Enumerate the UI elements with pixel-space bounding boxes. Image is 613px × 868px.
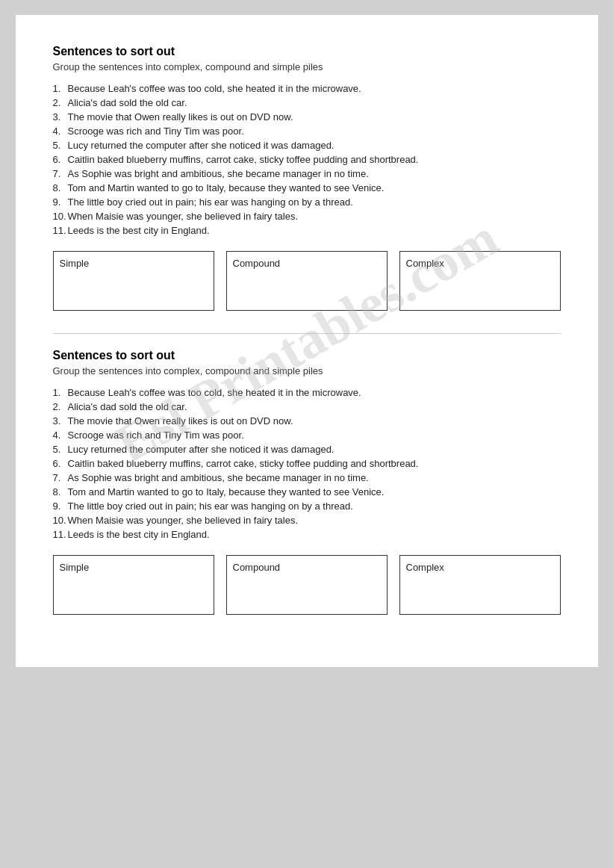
sentence-number: 3.: [53, 111, 61, 123]
sentence-number: 5.: [53, 140, 61, 151]
page: Esl Printables.com Sentences to sort out…: [16, 15, 598, 667]
sort-box-label: Compound: [233, 258, 381, 269]
sort-box-label: Simple: [60, 562, 208, 573]
sentence-number: 8.: [53, 182, 61, 193]
sort-box[interactable]: Simple: [53, 555, 214, 615]
section-2: Sentences to sort out Group the sentence…: [53, 349, 561, 615]
sentence-number: 5.: [53, 444, 61, 455]
list-item: 8.Tom and Martin wanted to go to Italy, …: [53, 486, 561, 497]
list-item: 4.Scrooge was rich and Tiny Tim was poor…: [53, 430, 561, 441]
sentence-list-2: 1.Because Leah's coffee was too cold, sh…: [53, 387, 561, 540]
list-item: 9.The little boy cried out in pain; his …: [53, 500, 561, 512]
list-item: 6.Caitlin baked blueberry muffins, carro…: [53, 154, 561, 165]
sentence-number: 1.: [53, 83, 61, 94]
section-1-subtitle: Group the sentences into complex, compou…: [53, 61, 561, 72]
list-item: 11.Leeds is the best city in England.: [53, 529, 561, 540]
section-2-title: Sentences to sort out: [53, 349, 561, 362]
list-item: 10.When Maisie was younger, she believed…: [53, 515, 561, 526]
sentence-number: 11.: [53, 529, 66, 540]
sort-box-label: Compound: [233, 562, 381, 573]
sentence-number: 10.: [53, 211, 66, 222]
sentence-number: 11.: [53, 225, 66, 236]
list-item: 7.As Sophie was bright and ambitious, sh…: [53, 168, 561, 179]
sort-boxes-1: SimpleCompoundComplex: [53, 251, 561, 311]
sort-box[interactable]: Compound: [226, 251, 388, 311]
list-item: 6.Caitlin baked blueberry muffins, carro…: [53, 458, 561, 469]
sentence-number: 3.: [53, 415, 61, 427]
sort-box[interactable]: Simple: [53, 251, 214, 311]
list-item: 3.The movie that Owen really likes is ou…: [53, 415, 561, 427]
list-item: 5.Lucy returned the computer after she n…: [53, 140, 561, 151]
sort-box[interactable]: Complex: [399, 555, 561, 615]
section-2-subtitle: Group the sentences into complex, compou…: [53, 365, 561, 376]
sort-box-label: Simple: [60, 258, 208, 269]
sentence-number: 8.: [53, 486, 61, 497]
sentence-number: 9.: [53, 500, 61, 512]
list-item: 4.Scrooge was rich and Tiny Tim was poor…: [53, 125, 561, 137]
sort-box-label: Complex: [406, 562, 554, 573]
list-item: 3.The movie that Owen really likes is ou…: [53, 111, 561, 123]
sentence-list-1: 1.Because Leah's coffee was too cold, sh…: [53, 83, 561, 236]
divider: [53, 333, 561, 334]
sentence-number: 6.: [53, 154, 61, 165]
section-1: Sentences to sort out Group the sentence…: [53, 45, 561, 311]
sentence-number: 10.: [53, 515, 66, 526]
sort-box[interactable]: Compound: [226, 555, 388, 615]
list-item: 8.Tom and Martin wanted to go to Italy, …: [53, 182, 561, 193]
sentence-number: 6.: [53, 458, 61, 469]
sort-box[interactable]: Complex: [399, 251, 561, 311]
section-1-title: Sentences to sort out: [53, 45, 561, 58]
list-item: 7.As Sophie was bright and ambitious, sh…: [53, 472, 561, 483]
list-item: 2.Alicia's dad sold the old car.: [53, 97, 561, 108]
list-item: 10.When Maisie was younger, she believed…: [53, 211, 561, 222]
sentence-number: 9.: [53, 196, 61, 208]
sort-box-label: Complex: [406, 258, 554, 269]
sentence-number: 7.: [53, 168, 61, 179]
sentence-number: 7.: [53, 472, 61, 483]
sentence-number: 2.: [53, 401, 61, 412]
list-item: 2.Alicia's dad sold the old car.: [53, 401, 561, 412]
list-item: 11.Leeds is the best city in England.: [53, 225, 561, 236]
list-item: 1.Because Leah's coffee was too cold, sh…: [53, 387, 561, 398]
sentence-number: 1.: [53, 387, 61, 398]
list-item: 9.The little boy cried out in pain; his …: [53, 196, 561, 208]
sentence-number: 4.: [53, 430, 61, 441]
sentence-number: 2.: [53, 97, 61, 108]
sentence-number: 4.: [53, 125, 61, 137]
list-item: 1.Because Leah's coffee was too cold, sh…: [53, 83, 561, 94]
list-item: 5.Lucy returned the computer after she n…: [53, 444, 561, 455]
sort-boxes-2: SimpleCompoundComplex: [53, 555, 561, 615]
